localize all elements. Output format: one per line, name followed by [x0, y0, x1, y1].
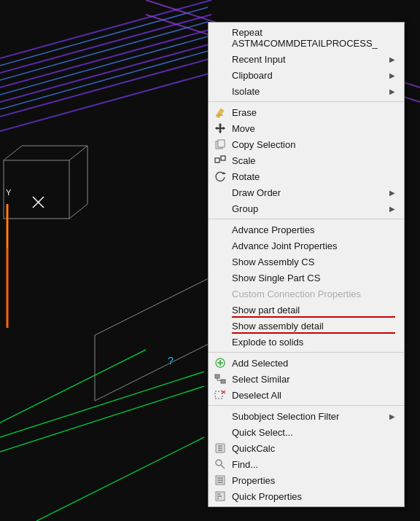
- menu-item-isolate[interactable]: Isolate▶: [209, 83, 404, 99]
- menu-label-add-selected: Add Selected: [232, 358, 288, 369]
- menu-label-subobject-filter: Subobject Selection Filter: [232, 411, 339, 422]
- menu-item-recent-input[interactable]: Recent Input▶: [209, 51, 404, 67]
- menu-item-quick-select[interactable]: Quick Select...: [209, 424, 404, 440]
- menu-icon-repeat: [213, 31, 228, 45]
- submenu-arrow-subobject-filter: ▶: [389, 412, 395, 420]
- menu-item-draw-order[interactable]: Draw Order▶: [209, 184, 404, 200]
- menu-icon-add-selected: [213, 356, 228, 370]
- menu-label-draw-order: Draw Order: [232, 187, 281, 198]
- menu-label-erase: Erase: [232, 107, 257, 118]
- menu-icon-advance-joint: [213, 238, 228, 253]
- menu-icon-advance-properties: [213, 222, 228, 237]
- menu-icon-explode-to-solids: [213, 334, 228, 349]
- menu-icon-quick-select: [213, 425, 228, 439]
- menu-icon-group: [213, 201, 228, 216]
- menu-icon-select-similar: [213, 372, 228, 386]
- menu-label-group: Group: [232, 203, 258, 214]
- menu-icon-rotate: [213, 169, 228, 184]
- menu-icon-quick-properties: [213, 489, 228, 504]
- menu-label-scale: Scale: [232, 155, 256, 166]
- menu-icon-show-assembly-cs: [213, 254, 228, 269]
- menu-item-copy-selection[interactable]: Copy Selection: [209, 136, 404, 152]
- menu-item-advance-joint[interactable]: Advance Joint Properties: [209, 238, 404, 254]
- menu-icon-properties: [213, 473, 228, 487]
- separator: [209, 219, 404, 219]
- separator: [209, 352, 404, 353]
- menu-label-select-similar: Select Similar: [232, 374, 289, 385]
- menu-item-repeat[interactable]: Repeat ASTM4COMMDETAILPROCESS_: [209, 25, 404, 51]
- svg-rect-46: [215, 391, 222, 399]
- menu-label-properties: Properties: [232, 475, 275, 486]
- menu-item-show-assembly-detail[interactable]: Show assembly detail: [209, 318, 404, 334]
- menu-item-scale[interactable]: Scale: [209, 152, 404, 168]
- separator: [209, 101, 404, 102]
- menu-icon-erase: [213, 105, 228, 120]
- menu-item-show-assembly-cs[interactable]: Show Assembly CS: [209, 254, 404, 270]
- menu-item-properties[interactable]: Properties: [209, 472, 404, 488]
- menu-label-show-part-detail: Show part detail: [232, 305, 300, 316]
- menu-label-isolate: Isolate: [232, 86, 260, 97]
- menu-label-quick-properties: Quick Properties: [232, 491, 302, 502]
- submenu-arrow-isolate: ▶: [389, 87, 395, 95]
- menu-item-rotate[interactable]: Rotate: [209, 168, 404, 184]
- menu-label-show-assembly-detail: Show assembly detail: [232, 321, 324, 332]
- menu-item-move[interactable]: Move: [209, 120, 404, 136]
- menu-icon-subobject-filter: [213, 409, 228, 423]
- svg-rect-35: [218, 140, 225, 147]
- context-menu: Repeat ASTM4COMMDETAILPROCESS_Recent Inp…: [208, 22, 405, 507]
- menu-item-select-similar[interactable]: Select Similar: [209, 371, 404, 387]
- menu-icon-draw-order: [213, 185, 228, 200]
- menu-icon-show-part-detail: [213, 302, 228, 317]
- menu-item-show-single-part-cs[interactable]: Show Single Part CS: [209, 270, 404, 286]
- svg-text:Y: Y: [6, 188, 12, 197]
- menu-item-deselect-all[interactable]: Deselect All: [209, 387, 404, 403]
- menu-item-quickcalc[interactable]: QuickCalc: [209, 440, 404, 456]
- menu-item-quick-properties[interactable]: Quick Properties: [209, 488, 404, 504]
- svg-point-53: [216, 460, 222, 466]
- submenu-arrow-draw-order: ▶: [389, 189, 395, 197]
- menu-label-clipboard: Clipboard: [232, 70, 273, 81]
- submenu-arrow-clipboard: ▶: [389, 71, 395, 79]
- menu-icon-clipboard: [213, 68, 228, 82]
- menu-label-find: Find...: [232, 459, 258, 470]
- menu-label-deselect-all: Deselect All: [232, 390, 281, 401]
- menu-item-find[interactable]: Find...: [209, 456, 404, 472]
- menu-icon-copy-selection: [213, 137, 228, 152]
- menu-label-show-assembly-cs: Show Assembly CS: [232, 256, 314, 267]
- menu-label-explode-to-solids: Explode to solids: [232, 337, 303, 348]
- svg-rect-36: [215, 158, 219, 162]
- menu-label-move: Move: [232, 123, 255, 134]
- submenu-arrow-recent-input: ▶: [389, 55, 395, 63]
- menu-item-show-part-detail[interactable]: Show part detail: [209, 302, 404, 318]
- menu-label-quick-select: Quick Select...: [232, 427, 293, 438]
- menu-item-explode-to-solids[interactable]: Explode to solids: [209, 334, 404, 350]
- menu-item-group[interactable]: Group▶: [209, 200, 404, 216]
- menu-label-repeat: Repeat ASTM4COMMDETAILPROCESS_: [232, 27, 395, 49]
- svg-rect-37: [221, 156, 225, 160]
- menu-label-custom-connection: Custom Connection Properties: [232, 289, 361, 299]
- menu-item-add-selected[interactable]: Add Selected: [209, 355, 404, 371]
- svg-text:?: ?: [168, 355, 174, 367]
- menu-icon-custom-connection: [213, 286, 228, 301]
- menu-item-subobject-filter[interactable]: Subobject Selection Filter▶: [209, 408, 404, 424]
- menu-icon-isolate: [213, 84, 228, 98]
- menu-icon-show-single-part-cs: [213, 270, 228, 285]
- menu-icon-deselect-all: [213, 388, 228, 402]
- menu-item-advance-properties[interactable]: Advance Properties: [209, 222, 404, 238]
- menu-icon-recent-input: [213, 52, 228, 66]
- menu-label-advance-properties: Advance Properties: [232, 224, 314, 235]
- menu-item-clipboard[interactable]: Clipboard▶: [209, 67, 404, 83]
- menu-icon-show-assembly-detail: [213, 318, 228, 333]
- menu-label-show-single-part-cs: Show Single Part CS: [232, 273, 320, 283]
- menu-icon-quickcalc: [213, 441, 228, 455]
- separator: [209, 405, 404, 406]
- svg-line-54: [221, 465, 225, 469]
- menu-icon-scale: [213, 153, 228, 168]
- menu-label-copy-selection: Copy Selection: [232, 139, 295, 150]
- menu-icon-find: [213, 457, 228, 471]
- menu-item-erase[interactable]: Erase: [209, 104, 404, 120]
- menu-label-rotate: Rotate: [232, 171, 260, 182]
- menu-item-custom-connection: Custom Connection Properties: [209, 286, 404, 302]
- menu-icon-move: [213, 121, 228, 136]
- menu-label-quickcalc: QuickCalc: [232, 443, 275, 454]
